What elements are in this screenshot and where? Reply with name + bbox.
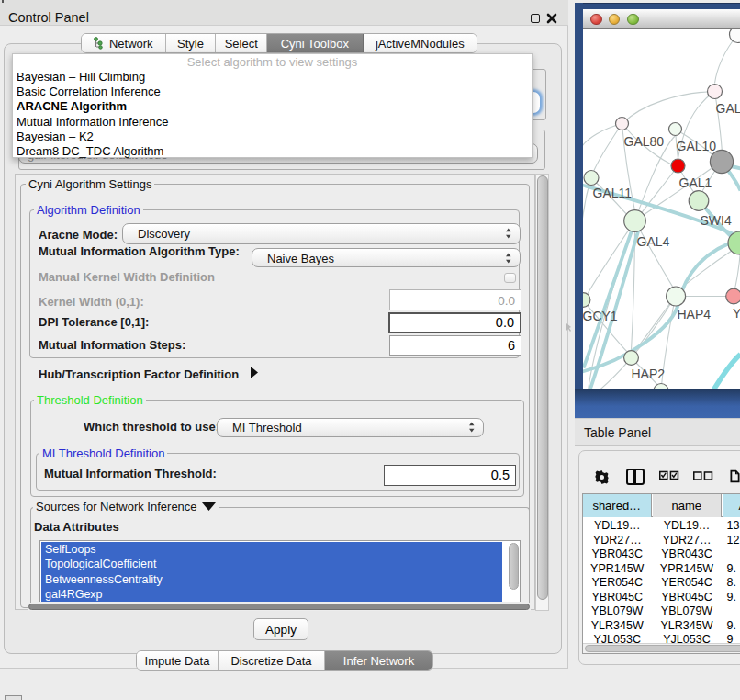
- svg-text:GCY1: GCY1: [583, 308, 618, 322]
- svg-text:GAL1: GAL1: [678, 175, 712, 189]
- svg-text:SWI4: SWI4: [700, 212, 731, 227]
- svg-text:HAP2: HAP2: [631, 366, 665, 380]
- svg-text:HAP4: HAP4: [677, 306, 711, 321]
- svg-text:Y: Y: [733, 305, 740, 320]
- svg-text:GAL10: GAL10: [676, 138, 716, 152]
- svg-text:GAL7: GAL7: [715, 100, 740, 115]
- svg-text:GAL80: GAL80: [623, 133, 664, 148]
- svg-text:GAL4: GAL4: [636, 233, 669, 248]
- svg-text:GAL11: GAL11: [592, 185, 632, 199]
